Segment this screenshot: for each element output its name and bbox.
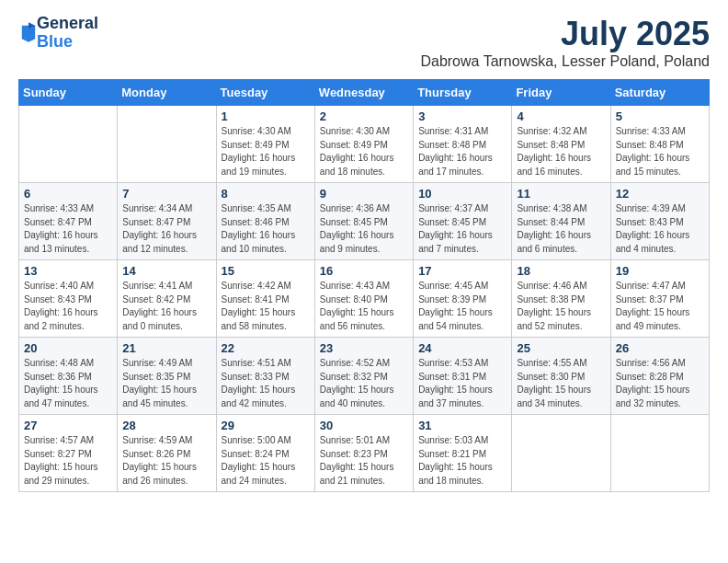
day-detail: Sunrise: 4:46 AM Sunset: 8:38 PM Dayligh…	[517, 280, 605, 333]
calendar-day-cell: 26Sunrise: 4:56 AM Sunset: 8:28 PM Dayli…	[610, 338, 709, 415]
calendar-day-cell: 18Sunrise: 4:46 AM Sunset: 8:38 PM Dayli…	[512, 260, 610, 338]
calendar-day-cell: 4Sunrise: 4:32 AM Sunset: 8:48 PM Daylig…	[512, 106, 610, 183]
day-number: 26	[616, 341, 704, 355]
calendar-day-cell: 9Sunrise: 4:36 AM Sunset: 8:45 PM Daylig…	[314, 183, 413, 260]
calendar-week-row: 6Sunrise: 4:33 AM Sunset: 8:47 PM Daylig…	[19, 183, 710, 260]
day-number: 8	[222, 187, 310, 201]
day-of-week-header: Saturday	[610, 80, 709, 106]
day-detail: Sunrise: 4:31 AM Sunset: 8:48 PM Dayligh…	[418, 125, 506, 178]
calendar-day-cell: 17Sunrise: 4:45 AM Sunset: 8:39 PM Dayli…	[414, 260, 512, 338]
day-detail: Sunrise: 4:41 AM Sunset: 8:42 PM Dayligh…	[122, 280, 210, 333]
header: General Blue July 2025 Dabrowa Tarnowska…	[18, 15, 710, 70]
calendar-day-cell: 10Sunrise: 4:37 AM Sunset: 8:45 PM Dayli…	[414, 183, 512, 260]
main-title: July 2025	[420, 15, 710, 53]
day-of-week-header: Wednesday	[314, 80, 413, 106]
calendar-day-cell: 3Sunrise: 4:31 AM Sunset: 8:48 PM Daylig…	[414, 106, 512, 183]
day-number: 20	[24, 341, 112, 355]
day-of-week-header: Sunday	[19, 80, 118, 106]
day-number: 2	[320, 109, 408, 123]
day-detail: Sunrise: 4:38 AM Sunset: 8:44 PM Dayligh…	[517, 202, 605, 256]
logo-blue: Blue	[37, 33, 98, 52]
calendar-day-cell: 25Sunrise: 4:55 AM Sunset: 8:30 PM Dayli…	[512, 338, 610, 415]
day-number: 17	[418, 264, 506, 278]
day-detail: Sunrise: 4:57 AM Sunset: 8:27 PM Dayligh…	[24, 434, 112, 488]
calendar-day-cell: 14Sunrise: 4:41 AM Sunset: 8:42 PM Dayli…	[118, 260, 216, 338]
logo-icon	[20, 22, 37, 42]
day-detail: Sunrise: 4:35 AM Sunset: 8:46 PM Dayligh…	[222, 202, 310, 256]
day-number: 19	[616, 264, 704, 278]
logo-text: General Blue	[37, 15, 98, 52]
day-number: 24	[418, 341, 506, 355]
day-detail: Sunrise: 4:39 AM Sunset: 8:43 PM Dayligh…	[616, 202, 704, 256]
day-detail: Sunrise: 4:51 AM Sunset: 8:33 PM Dayligh…	[222, 357, 310, 410]
calendar-day-cell: 23Sunrise: 4:52 AM Sunset: 8:32 PM Dayli…	[314, 338, 413, 415]
calendar-day-cell: 21Sunrise: 4:49 AM Sunset: 8:35 PM Dayli…	[118, 338, 216, 415]
calendar-day-cell: 31Sunrise: 5:03 AM Sunset: 8:21 PM Dayli…	[414, 415, 512, 492]
day-number: 11	[517, 187, 605, 201]
calendar-day-cell: 24Sunrise: 4:53 AM Sunset: 8:31 PM Dayli…	[414, 338, 512, 415]
calendar-day-cell: 12Sunrise: 4:39 AM Sunset: 8:43 PM Dayli…	[610, 183, 709, 260]
calendar-table: SundayMondayTuesdayWednesdayThursdayFrid…	[18, 79, 710, 492]
day-of-week-header: Friday	[512, 80, 610, 106]
day-number: 23	[320, 341, 408, 355]
day-detail: Sunrise: 4:49 AM Sunset: 8:35 PM Dayligh…	[122, 357, 210, 410]
calendar-day-cell	[610, 415, 709, 492]
day-detail: Sunrise: 4:59 AM Sunset: 8:26 PM Dayligh…	[122, 434, 210, 488]
calendar-body: 1Sunrise: 4:30 AM Sunset: 8:49 PM Daylig…	[19, 106, 710, 492]
calendar-day-cell: 16Sunrise: 4:43 AM Sunset: 8:40 PM Dayli…	[314, 260, 413, 338]
calendar-day-cell	[118, 106, 216, 183]
day-detail: Sunrise: 4:52 AM Sunset: 8:32 PM Dayligh…	[320, 357, 408, 410]
calendar-day-cell: 7Sunrise: 4:34 AM Sunset: 8:47 PM Daylig…	[118, 183, 216, 260]
day-detail: Sunrise: 4:32 AM Sunset: 8:48 PM Dayligh…	[517, 125, 605, 178]
day-detail: Sunrise: 5:03 AM Sunset: 8:21 PM Dayligh…	[418, 434, 506, 488]
calendar-day-cell: 5Sunrise: 4:33 AM Sunset: 8:48 PM Daylig…	[610, 106, 709, 183]
calendar-day-cell	[19, 106, 118, 183]
day-number: 16	[320, 264, 408, 278]
day-number: 10	[418, 187, 506, 201]
day-number: 22	[222, 341, 310, 355]
logo: General Blue	[18, 15, 98, 52]
day-number: 29	[222, 419, 310, 432]
day-number: 5	[616, 109, 704, 123]
calendar-day-cell: 6Sunrise: 4:33 AM Sunset: 8:47 PM Daylig…	[19, 183, 118, 260]
day-number: 3	[418, 109, 506, 123]
calendar-day-cell: 20Sunrise: 4:48 AM Sunset: 8:36 PM Dayli…	[19, 338, 118, 415]
day-number: 28	[122, 419, 210, 432]
day-detail: Sunrise: 4:47 AM Sunset: 8:37 PM Dayligh…	[616, 280, 704, 333]
day-number: 30	[320, 419, 408, 432]
subtitle: Dabrowa Tarnowska, Lesser Poland, Poland	[420, 53, 710, 70]
day-detail: Sunrise: 4:53 AM Sunset: 8:31 PM Dayligh…	[418, 357, 506, 410]
calendar-day-cell: 30Sunrise: 5:01 AM Sunset: 8:23 PM Dayli…	[314, 415, 413, 492]
day-detail: Sunrise: 5:00 AM Sunset: 8:24 PM Dayligh…	[222, 434, 310, 488]
calendar-header: SundayMondayTuesdayWednesdayThursdayFrid…	[19, 80, 710, 106]
day-number: 15	[222, 264, 310, 278]
day-detail: Sunrise: 4:33 AM Sunset: 8:48 PM Dayligh…	[616, 125, 704, 178]
day-number: 6	[24, 187, 112, 201]
day-of-week-header: Monday	[118, 80, 216, 106]
calendar-day-cell: 27Sunrise: 4:57 AM Sunset: 8:27 PM Dayli…	[19, 415, 118, 492]
day-number: 21	[122, 341, 210, 355]
day-detail: Sunrise: 4:36 AM Sunset: 8:45 PM Dayligh…	[320, 202, 408, 256]
calendar-day-cell: 15Sunrise: 4:42 AM Sunset: 8:41 PM Dayli…	[216, 260, 314, 338]
day-of-week-header: Tuesday	[216, 80, 314, 106]
day-detail: Sunrise: 4:34 AM Sunset: 8:47 PM Dayligh…	[122, 202, 210, 256]
day-detail: Sunrise: 4:43 AM Sunset: 8:40 PM Dayligh…	[320, 280, 408, 333]
day-detail: Sunrise: 4:40 AM Sunset: 8:43 PM Dayligh…	[24, 280, 112, 333]
calendar-week-row: 13Sunrise: 4:40 AM Sunset: 8:43 PM Dayli…	[19, 260, 710, 338]
day-number: 9	[320, 187, 408, 201]
day-number: 4	[517, 109, 605, 123]
day-of-week-header: Thursday	[414, 80, 512, 106]
calendar-day-cell	[512, 415, 610, 492]
day-number: 25	[517, 341, 605, 355]
day-number: 7	[122, 187, 210, 201]
calendar-day-cell: 13Sunrise: 4:40 AM Sunset: 8:43 PM Dayli…	[19, 260, 118, 338]
day-number: 27	[24, 419, 112, 432]
calendar-day-cell: 28Sunrise: 4:59 AM Sunset: 8:26 PM Dayli…	[118, 415, 216, 492]
calendar-day-cell: 22Sunrise: 4:51 AM Sunset: 8:33 PM Dayli…	[216, 338, 314, 415]
day-detail: Sunrise: 4:48 AM Sunset: 8:36 PM Dayligh…	[24, 357, 112, 410]
day-detail: Sunrise: 4:42 AM Sunset: 8:41 PM Dayligh…	[222, 280, 310, 333]
calendar-week-row: 1Sunrise: 4:30 AM Sunset: 8:49 PM Daylig…	[19, 106, 710, 183]
calendar-day-cell: 19Sunrise: 4:47 AM Sunset: 8:37 PM Dayli…	[610, 260, 709, 338]
title-block: July 2025 Dabrowa Tarnowska, Lesser Pola…	[420, 15, 710, 70]
calendar-week-row: 27Sunrise: 4:57 AM Sunset: 8:27 PM Dayli…	[19, 415, 710, 492]
